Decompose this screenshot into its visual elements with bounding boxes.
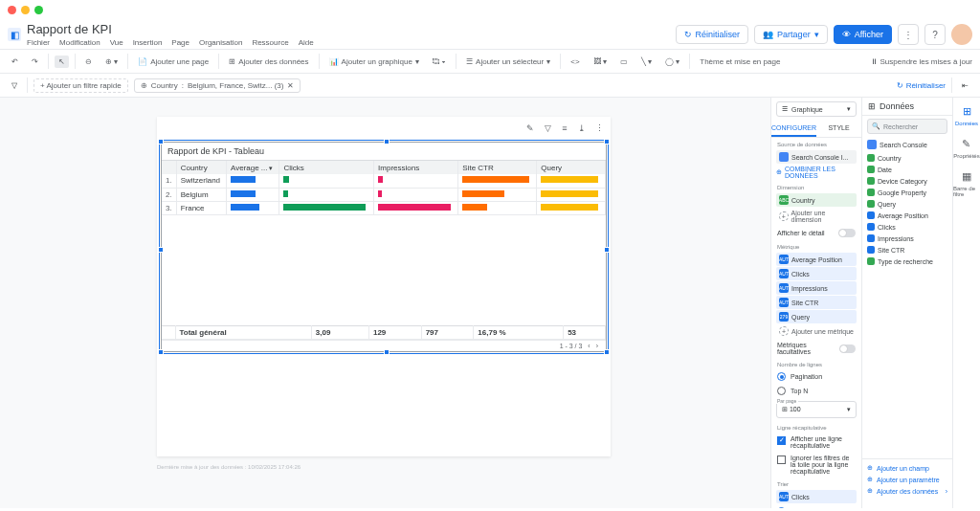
metric-chip[interactable]: 279Query (776, 310, 857, 323)
col-country[interactable]: Country (176, 161, 226, 174)
field-item[interactable]: Clicks (862, 221, 952, 233)
maximize-window-dot[interactable] (34, 6, 43, 14)
view-button[interactable]: 👁 Afficher (834, 25, 892, 44)
style-tab[interactable]: STYLE (816, 121, 861, 137)
close-window-dot[interactable] (8, 6, 16, 14)
line-icon[interactable]: ╲ ▾ (637, 56, 656, 68)
pointer-tool-icon[interactable]: ↖ (55, 56, 69, 68)
menu-resource[interactable]: Ressource (252, 38, 288, 47)
report-page[interactable]: ✎ ▽ ≡ ⤓ ⋮ Rapport de KPI - Tableau Count… (157, 117, 611, 456)
field-item[interactable]: Type de recherche (862, 256, 952, 267)
data-source-chip[interactable]: Search Console I... (776, 150, 857, 164)
add-data-tool[interactable]: ⊞ Ajouter des données (225, 56, 312, 68)
add-parameter-link[interactable]: ⊕ Ajouter un paramètre (867, 474, 947, 485)
col-impressions[interactable]: Impressions (374, 161, 458, 174)
more-menu-icon[interactable]: ⋮ (898, 24, 919, 45)
next-page-icon[interactable]: › (596, 343, 598, 349)
field-item[interactable]: Query (862, 198, 952, 210)
text-icon[interactable]: ▭ (616, 56, 632, 68)
user-avatar[interactable] (951, 24, 972, 45)
combine-data-link[interactable]: ⊕ COMBINER LES DONNÉES (776, 166, 857, 179)
drill-down-toggle[interactable] (838, 229, 856, 237)
chart-type-dropdown[interactable]: ☰ Graphique ▾ (776, 101, 857, 117)
zoom-out-icon[interactable]: ⊖ (81, 56, 96, 68)
filter-icon[interactable]: ▽ (8, 79, 21, 92)
theme-tool[interactable]: Thème et mise en page (696, 56, 784, 68)
menu-edit[interactable]: Modification (59, 38, 100, 47)
canvas[interactable]: ✎ ▽ ≡ ⤓ ⋮ Rapport de KPI - Tableau Count… (0, 98, 770, 508)
menu-insert[interactable]: Insertion (133, 38, 163, 47)
prev-page-icon[interactable]: ‹ (588, 343, 590, 349)
rail-properties-tab[interactable]: ✎Propriétés (953, 136, 979, 159)
col-clicks[interactable]: Clicks (279, 161, 374, 174)
sort-element-icon[interactable]: ≡ (558, 122, 571, 135)
add-dimension[interactable]: +Ajouter une dimension (776, 208, 857, 225)
reset-button[interactable]: ↻ Réinitialiser (676, 25, 749, 44)
export-element-icon[interactable]: ⤓ (575, 122, 589, 135)
image-icon[interactable]: 🖼 ▾ (590, 56, 611, 68)
field-item[interactable]: Date (862, 164, 952, 175)
document-title[interactable]: Rapport de KPI (27, 22, 676, 36)
add-chart-tool[interactable]: 📊 Ajouter un graphique ▾ (325, 56, 423, 68)
right-rail: ⊞Données ✎Propriétés ▦Barre de filtre (953, 98, 980, 508)
menu-file[interactable]: Fichier (27, 38, 50, 47)
edit-element-icon[interactable]: ✎ (523, 122, 537, 135)
filter-element-icon[interactable]: ▽ (541, 122, 554, 135)
field-item[interactable]: Google Property (862, 187, 952, 198)
shape-icon[interactable]: ◯ ▾ (661, 56, 683, 68)
data-panel-icon: ⊞ (868, 101, 876, 111)
table-chart[interactable]: ✎ ▽ ≡ ⤓ ⋮ Rapport de KPI - Tableau Count… (161, 142, 607, 352)
chevron-down-icon: ▾ (847, 105, 851, 113)
topn-radio[interactable] (777, 387, 786, 395)
metric-chip[interactable]: AUTAverage Position (776, 253, 857, 266)
share-button[interactable]: 👥 Partager ▾ (754, 25, 828, 44)
community-viz-icon[interactable]: ⿻ ▾ (429, 56, 450, 68)
add-control-tool[interactable]: ☰ Ajouter un sélecteur ▾ (462, 56, 554, 68)
configure-tab[interactable]: CONFIGURER (771, 121, 816, 137)
search-icon: 🔍 (872, 122, 880, 130)
menu-arrange[interactable]: Organisation (199, 38, 242, 47)
data-source-header[interactable]: Search Console (862, 137, 952, 152)
col-query[interactable]: Query (537, 161, 606, 174)
col-average[interactable]: Average ... (226, 161, 279, 174)
menu-page[interactable]: Page (171, 38, 189, 47)
add-metric[interactable]: +Ajouter une métrique (776, 324, 857, 338)
rail-data-tab[interactable]: ⊞Données (955, 103, 978, 126)
country-filter-chip[interactable]: ⊕ Country: Belgium, France, Switz... (3)… (134, 78, 301, 93)
field-item[interactable]: Average Position (862, 210, 952, 221)
pause-updates-toggle[interactable]: ⏸ Suspendre les mises à jour (870, 57, 972, 66)
reset-filters-link[interactable]: ↻ Réinitialiser (897, 81, 946, 90)
ignore-filters-checkbox[interactable] (777, 455, 786, 464)
field-item[interactable]: Site CTR (862, 244, 952, 256)
field-search-input[interactable]: 🔍 Rechercher (867, 119, 947, 134)
minimize-window-dot[interactable] (21, 6, 30, 14)
sort-field-chip[interactable]: AUTClicks (776, 490, 857, 503)
menu-view[interactable]: Vue (110, 38, 123, 47)
add-field-link[interactable]: ⊕ Ajouter un champ (867, 462, 947, 474)
add-page-tool[interactable]: 📄 Ajouter une page (134, 56, 212, 68)
metric-chip[interactable]: AUTImpressions (776, 281, 857, 295)
metric-chip[interactable]: AUTSite CTR (776, 296, 857, 309)
field-item[interactable]: Country (862, 152, 952, 164)
zoom-in-icon[interactable]: ⊕ ▾ (101, 56, 122, 68)
optional-metrics-toggle[interactable] (839, 344, 856, 353)
sort-desc-radio[interactable] (777, 507, 786, 508)
add-data-link[interactable]: ⊕ Ajouter des données › (867, 485, 947, 497)
field-item[interactable]: Impressions (862, 233, 952, 244)
metric-chip[interactable]: AUTClicks (776, 267, 857, 280)
col-ctr[interactable]: Site CTR (458, 161, 537, 174)
redo-icon[interactable]: ↷ (28, 56, 42, 68)
add-quick-filter[interactable]: + Ajouter un filtre rapide (33, 78, 128, 93)
more-element-icon[interactable]: ⋮ (592, 122, 606, 135)
undo-icon[interactable]: ↶ (8, 56, 22, 68)
help-icon[interactable]: ? (924, 24, 946, 45)
pagination-radio[interactable] (777, 372, 786, 381)
show-summary-checkbox[interactable] (777, 436, 786, 445)
expand-filters-icon[interactable]: ⇤ (958, 79, 972, 92)
rail-filterbar-tab[interactable]: ▦Barre de filtre (953, 168, 980, 197)
field-item[interactable]: Device Category (862, 175, 952, 187)
menu-help[interactable]: Aide (299, 38, 314, 47)
dimension-chip-country[interactable]: ABC Country (776, 193, 857, 207)
url-embed-icon[interactable]: <> (567, 56, 583, 68)
remove-filter-icon[interactable]: ✕ (287, 81, 294, 90)
